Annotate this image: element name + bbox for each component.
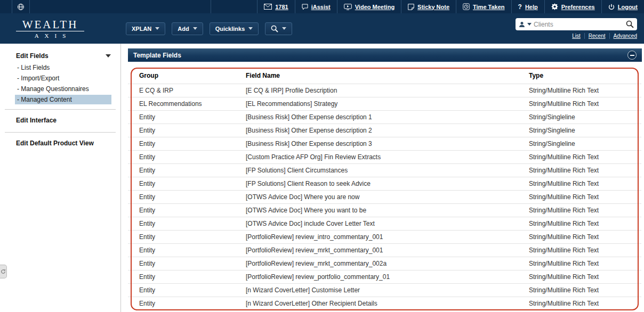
help-link[interactable]: ? Help [511,0,544,13]
sidebar-item-list-fields[interactable]: List Fields [15,63,111,72]
add-menu-button[interactable]: Add [172,22,203,35]
field-name-cell: [Custom Practice AFP Org] Fin Review Ext… [246,150,529,163]
sidebar-item-manage-questionnaires[interactable]: Manage Questionnaires [15,84,111,94]
table-row: E CQ & IRP[E CQ & IRP] Profile Descripti… [128,84,641,97]
table-row: Entity[PortfolioReview] review_intro_com… [128,230,641,243]
advanced-search-button[interactable] [265,22,292,35]
template-fields-header: Template Fields [128,48,642,62]
field-name-cell: [Business Risk] Other Expense descriptio… [246,137,529,150]
sidebar-section-edit-default-product-view[interactable]: Edit Default Product View [0,137,120,150]
group-cell: Entity [128,297,246,310]
edit-interface-title: Edit Interface [16,117,57,124]
type-cell: String/Multiline Rich Text [529,243,641,257]
time-taken-link[interactable]: Time Taken [456,0,511,13]
content-area: Edit Fields List FieldsImport/ExportMana… [0,44,644,312]
xplan-menu-label: XPLAN [132,26,151,32]
quicklinks-menu-label: Quicklinks [215,26,245,32]
search-links: List Recent Advanced [568,33,637,39]
group-cell: Entity [128,230,246,243]
iassist-link[interactable]: iAssist [295,0,337,13]
type-cell: String/Multiline Rich Text [529,177,641,190]
mail-link[interactable]: 1781 [257,0,294,13]
type-cell: String/Multiline Rich Text [529,97,641,110]
chevron-down-icon [193,27,197,30]
sidebar: Edit Fields List FieldsImport/ExportMana… [0,44,121,312]
video-meeting-label: Video Meeting [355,4,395,10]
help-label: Help [525,4,538,10]
field-name-cell: [OTWS Advice Doc] include Cover Letter T… [246,217,529,230]
table-row: Entity[Custom Practice AFP Org] Fin Revi… [128,150,641,163]
chevron-down-icon [106,54,111,58]
chevron-down-icon [282,27,286,30]
globe-button[interactable] [12,0,30,13]
logout-label: Logout [618,4,638,10]
video-meeting-link[interactable]: Video Meeting [337,0,401,13]
client-search-box [516,18,637,30]
collapse-panel-button[interactable] [627,51,637,60]
search-link-list[interactable]: List [568,33,584,39]
type-cell: String/Multiline Rich Text [529,270,641,283]
sidebar-collapse-handle[interactable] [0,265,7,278]
field-name-cell: [PortfolioReview] review_intro_commentar… [246,230,529,243]
field-name-cell: [Business Risk] Other Expense descriptio… [246,124,529,137]
iassist-label: iAssist [311,4,331,10]
table-row: Entity[OTWS Advice Doc] include Cover Le… [128,217,641,230]
group-cell: Entity [128,124,246,137]
xplan-menu-button[interactable]: XPLAN [126,22,165,35]
field-name-cell: [PortfolioReview] review_mrkt_commentary… [246,243,529,257]
type-cell: String/Multiline Rich Text [529,84,641,97]
column-header-field-name: Field Name [246,68,529,84]
globe-icon [17,3,25,11]
table-row: Entity[Business Risk] Other Expense desc… [128,124,641,137]
preferences-link[interactable]: Preferences [544,0,601,13]
field-name-cell: [n Wizard CoverLetter] Customise Letter [246,283,529,297]
field-name-cell: [n Wizard CoverLetter] Other Recipient D… [246,297,529,310]
table-row: Entity[PortfolioReview] review_mrkt_comm… [128,243,641,257]
table-row: Entity[PortfolioReview] review_portfolio… [128,270,641,283]
clock-icon [463,3,470,10]
sidebar-section-edit-interface[interactable]: Edit Interface [0,114,120,127]
group-cell: Entity [128,257,246,270]
sidebar-section-edit-fields[interactable]: Edit Fields [0,50,120,63]
circular-arrow-icon [1,269,6,274]
template-fields-table: Group Field Name Type E CQ & IRP[E CQ & … [128,68,641,310]
type-cell: String/Singleline [529,137,641,150]
table-row: Entity[OTWS Advice Doc] Where you are no… [128,190,641,203]
logo-line1: WEALTH [16,19,84,30]
group-cell: EL Recommendations [128,97,246,110]
type-cell: String/Multiline Rich Text [529,150,641,163]
person-icon[interactable] [519,21,525,28]
sidebar-divider [5,109,116,110]
type-cell: String/Multiline Rich Text [529,283,641,297]
group-cell: Entity [128,203,246,217]
group-cell: Entity [128,150,246,163]
chevron-down-icon[interactable] [527,23,532,26]
envelope-icon [264,4,272,10]
table-row: Entity[PortfolioReview] review_mrkt_comm… [128,257,641,270]
table-row: Entity[FP Solutions] Client Circumstance… [128,163,641,177]
quicklinks-menu-button[interactable]: Quicklinks [210,22,259,35]
search-link-recent[interactable]: Recent [584,33,609,39]
logout-link[interactable]: Logout [601,0,644,13]
search-icon[interactable] [626,20,634,28]
type-cell: String/Singleline [529,124,641,137]
sticky-note-link[interactable]: Sticky Note [401,0,456,13]
type-cell: String/Multiline Rich Text [529,230,641,243]
field-name-cell: [PortfolioReview] review_portfolio_comme… [246,270,529,283]
field-name-cell: [PortfolioReview] review_mrkt_commentary… [246,257,529,270]
sidebar-item-managed-content[interactable]: Managed Content [15,95,111,104]
search-link-advanced[interactable]: Advanced [609,33,637,39]
client-search-input[interactable] [534,21,624,28]
group-cell: Entity [128,163,246,177]
group-cell: Entity [128,110,246,124]
chevron-down-icon [155,27,159,30]
group-cell: Entity [128,190,246,203]
preferences-label: Preferences [561,4,595,10]
utility-bar-spacer [0,0,12,13]
group-cell: Entity [128,270,246,283]
field-name-cell: [OTWS Advice Doc] Where you are now [246,190,529,203]
field-name-cell: [Business Risk] Other Expense descriptio… [246,110,529,124]
power-icon [608,4,615,10]
panel-title: Template Fields [133,52,181,59]
sidebar-item-import-export[interactable]: Import/Export [15,73,111,83]
